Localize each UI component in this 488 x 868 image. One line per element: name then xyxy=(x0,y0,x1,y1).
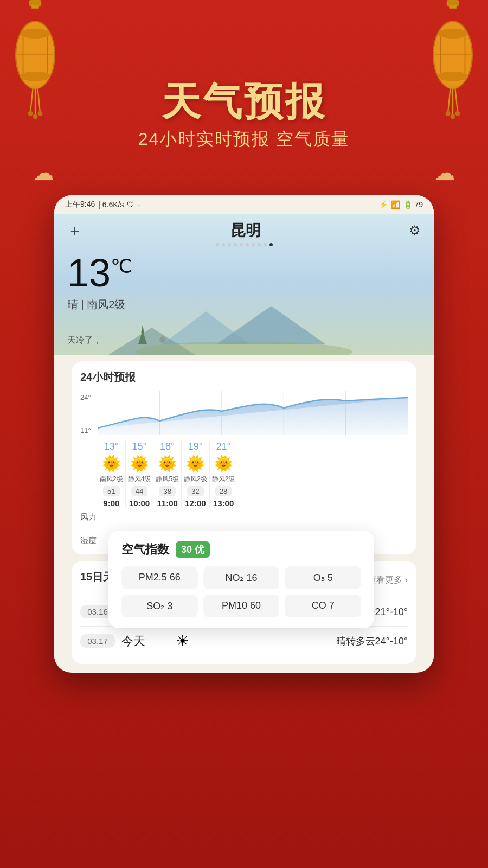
temperature-display: 13℃ xyxy=(67,251,421,295)
h-temp-0: 13° xyxy=(104,441,119,452)
h-wind-2: 静风5级 xyxy=(156,475,179,484)
dot-6 xyxy=(246,243,249,246)
status-network: | 6.6K/s xyxy=(98,200,124,209)
h-time-4: 13:00 xyxy=(213,499,234,508)
hourly-col-0: 13° 🌞 南风2级 51 9:00 xyxy=(98,441,126,508)
h-humidity-4: 28 xyxy=(215,486,232,496)
h-temp-1: 15° xyxy=(132,441,146,452)
hourly-col-4: 21° 🌞 静风2级 28 13:00 xyxy=(210,441,237,508)
h-temp-2: 18° xyxy=(160,441,175,452)
dot-7 xyxy=(252,243,255,246)
day-desc-today: 晴转多云24°-10° xyxy=(200,635,408,648)
day-row-today: 03.17 今天 ☀ 晴转多云24°-10° xyxy=(80,627,408,655)
dot-9 xyxy=(264,243,267,246)
h-icon-4: 🌞 xyxy=(214,455,233,473)
y-bottom-label: 11° xyxy=(80,426,98,435)
aq-label: 空气指数 xyxy=(121,541,169,558)
aq-header: 空气指数 30 优 xyxy=(121,541,361,558)
svg-point-38 xyxy=(159,336,166,343)
aq-item-co: CO 7 xyxy=(285,595,361,617)
battery-icon: 🔋 79 xyxy=(403,200,423,209)
day-icon-today: ☀ xyxy=(171,632,193,650)
page-dots xyxy=(67,243,421,246)
bluetooth-icon: ⚡ xyxy=(378,200,388,209)
weather-prompt: 天冷了， xyxy=(67,335,102,346)
h-time-2: 11:00 xyxy=(157,499,178,508)
humidity-label: 湿度 xyxy=(80,535,98,546)
h-icon-1: 🌞 xyxy=(130,455,149,473)
h-wind-4: 静风2级 xyxy=(212,475,235,484)
settings-button[interactable]: ⚙ xyxy=(409,223,421,238)
h-humidity-3: 32 xyxy=(187,486,203,496)
status-time: 上午9:46 xyxy=(65,200,95,209)
aq-item-no2: NO₂ 16 xyxy=(203,566,280,589)
chart-svg-wrapper xyxy=(98,391,408,437)
h-icon-3: 🌞 xyxy=(186,455,205,473)
date-badge-today: 03.17 xyxy=(80,634,115,648)
h-humidity-1: 44 xyxy=(131,486,147,496)
aq-item-o3: O₃ 5 xyxy=(285,566,361,589)
aq-item-pm10: PM10 60 xyxy=(203,595,280,617)
h-wind-3: 静风2级 xyxy=(184,475,207,484)
h-temp-3: 19° xyxy=(188,441,203,452)
hourly-col-1: 15° 🌞 静风4级 44 10:00 xyxy=(126,441,154,508)
h-time-1: 10:00 xyxy=(129,499,150,508)
status-right: ⚡ 📶 🔋 79 xyxy=(378,200,423,209)
status-icon-shield: 🛡 xyxy=(127,200,134,209)
aq-score-badge: 30 优 xyxy=(176,541,210,558)
y-top-label: 24° xyxy=(80,393,98,401)
wh-labels: 风力 湿度 xyxy=(80,512,98,546)
city-name: 昆明 xyxy=(230,220,261,241)
h-time-0: 9:00 xyxy=(103,499,119,508)
dot-4 xyxy=(234,243,237,246)
swirl-left-decoration: ☁ xyxy=(33,160,54,185)
svg-point-7 xyxy=(20,29,50,39)
status-dot: · xyxy=(138,200,140,209)
dot-8 xyxy=(258,243,261,246)
air-quality-popup: 空气指数 30 优 PM2.5 66 NO₂ 16 O₃ 5 SO₂ 3 PM1… xyxy=(108,531,374,628)
h-time-3: 12:00 xyxy=(185,499,206,508)
hourly-col-3: 19° 🌞 静风2级 32 12:00 xyxy=(182,441,210,508)
svg-point-23 xyxy=(438,29,468,39)
day-name-today: 今天 xyxy=(121,633,165,649)
h-icon-2: 🌞 xyxy=(158,455,177,473)
wind-label: 风力 xyxy=(80,512,98,522)
svg-rect-1 xyxy=(31,5,39,9)
phone-card: 上午9:46 | 6.6K/s 🛡 · ⚡ 📶 🔋 79 ＋ 昆明 ⚙ xyxy=(54,195,434,673)
aq-item-so2: SO₂ 3 xyxy=(121,595,198,617)
aq-item-pm25: PM2.5 66 xyxy=(121,566,198,589)
y-axis: 24° 11° xyxy=(80,391,98,437)
hourly-columns: 13° 🌞 南风2级 51 9:00 15° 🌞 静风4级 44 10:00 1… xyxy=(98,441,408,508)
forecast-24h-card: 24小时预报 24° 11° xyxy=(72,361,416,554)
svg-marker-33 xyxy=(217,306,325,344)
status-bar: 上午9:46 | 6.6K/s 🛡 · ⚡ 📶 🔋 79 xyxy=(54,195,434,214)
h-humidity-2: 38 xyxy=(159,486,175,496)
landscape-illustration xyxy=(54,301,434,355)
dot-10-active xyxy=(269,243,273,246)
status-left: 上午9:46 | 6.6K/s 🛡 · xyxy=(65,200,140,209)
city-nav: ＋ 昆明 ⚙ xyxy=(67,220,421,241)
dot-3 xyxy=(228,243,231,246)
h-wind-1: 静风4级 xyxy=(128,475,151,484)
swirl-right-decoration: ☁ xyxy=(434,160,455,185)
hourly-col-2: 18° 🌞 静风5级 38 11:00 xyxy=(153,441,182,508)
chart-area: 24° 11° xyxy=(80,391,408,437)
app-subtitle: 24小时实时预报 空气质量 xyxy=(0,127,488,151)
add-city-button[interactable]: ＋ xyxy=(67,220,82,241)
app-title: 天气预报 xyxy=(0,76,488,128)
signal-icon: 📶 xyxy=(391,200,400,209)
h-humidity-0: 51 xyxy=(103,486,119,496)
h-temp-4: 21° xyxy=(216,441,230,452)
dot-2 xyxy=(222,243,225,246)
aq-grid: PM2.5 66 NO₂ 16 O₃ 5 SO₂ 3 PM10 60 CO 7 xyxy=(121,566,361,617)
svg-rect-17 xyxy=(449,5,457,9)
h-wind-0: 南风2级 xyxy=(100,475,123,484)
dot-1 xyxy=(216,243,219,246)
dot-5 xyxy=(240,243,243,246)
weather-header: ＋ 昆明 ⚙ 13℃ 晴 | 南风2级 xyxy=(54,214,434,355)
h-icon-0: 🌞 xyxy=(102,455,121,473)
forecast-24h-title: 24小时预报 xyxy=(80,370,408,385)
svg-marker-36 xyxy=(141,325,144,333)
